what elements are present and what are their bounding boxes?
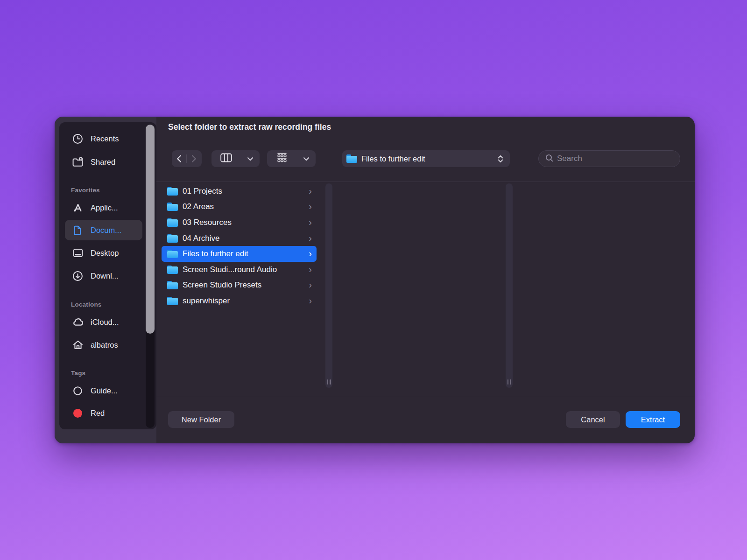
chevron-right-icon: › — [309, 186, 312, 196]
sidebar-item-downloads[interactable]: Downl... — [65, 266, 142, 286]
chevron-right-icon: › — [309, 202, 312, 211]
sidebar-item-desktop[interactable]: Desktop — [65, 243, 142, 263]
file-row-01-projects[interactable]: 01 Projects › — [162, 183, 317, 199]
column-view-icon — [220, 153, 232, 164]
column-view-dropdown-button[interactable] — [241, 154, 260, 163]
sidebar-item-label: Guide... — [91, 386, 118, 395]
file-row-superwhisper[interactable]: superwhisper › — [162, 293, 317, 309]
chevron-down-icon — [247, 154, 253, 163]
sidebar-item-tag-guide[interactable]: Guide... — [65, 380, 142, 401]
group-by-control — [267, 150, 316, 167]
sidebar-item-applications[interactable]: Applic... — [65, 197, 142, 218]
sidebar-item-label: iCloud... — [91, 318, 119, 327]
view-mode-column-control — [211, 150, 260, 167]
sidebar-item-label: Red — [91, 409, 105, 418]
sidebar-item-label: Shared — [91, 158, 115, 167]
sidebar-item-label: Recents — [91, 134, 119, 143]
shared-folder-icon — [71, 155, 85, 169]
folder-icon — [167, 203, 178, 211]
chevron-right-icon: › — [309, 249, 312, 258]
file-picker-dialog: Recents Shared Favorites A — [55, 117, 695, 443]
file-row-screen-studio-presets[interactable]: Screen Studio Presets › — [162, 278, 317, 294]
column-resize-divider[interactable] — [325, 183, 332, 388]
tag-circle-red-icon — [71, 406, 85, 420]
cancel-button[interactable]: Cancel — [566, 411, 620, 428]
app-store-icon — [71, 201, 85, 215]
sidebar-section-locations: Locations — [71, 299, 102, 310]
folder-column: 01 Projects › 02 Areas › 03 Resources › … — [156, 183, 325, 309]
chevron-right-icon: › — [309, 233, 312, 243]
chevron-right-icon: › — [309, 265, 312, 274]
folder-icon — [167, 297, 178, 305]
download-circle-icon — [71, 269, 85, 283]
chevron-up-down-icon — [498, 155, 503, 162]
tag-circle-outline-icon — [71, 384, 85, 398]
chevron-down-icon — [303, 154, 309, 163]
file-row-04-archive[interactable]: 04 Archive › — [162, 231, 317, 246]
clock-icon — [71, 132, 85, 146]
navigation-buttons — [172, 150, 202, 167]
sidebar-item-documents[interactable]: Docum... — [65, 220, 142, 240]
group-by-button[interactable] — [267, 153, 297, 165]
main-panel: Select folder to extract raw recording f… — [156, 117, 695, 443]
dialog-title: Select folder to extract raw recording f… — [168, 122, 331, 132]
current-folder-dropdown[interactable]: Files to further edit — [342, 150, 510, 167]
document-icon — [71, 224, 85, 237]
folder-icon — [167, 266, 178, 274]
back-button[interactable] — [172, 150, 186, 167]
chevron-right-icon: › — [309, 280, 312, 289]
column-view-button[interactable] — [211, 153, 241, 164]
search-field[interactable] — [538, 150, 680, 167]
file-row-screen-studio-background-audio[interactable]: Screen Studi...round Audio › — [162, 262, 317, 278]
forward-button[interactable] — [187, 150, 201, 167]
desktop-icon — [71, 246, 85, 260]
drag-handle-icon — [327, 379, 331, 385]
drag-handle-icon — [507, 379, 511, 385]
extract-button[interactable]: Extract — [626, 411, 680, 428]
sidebar-item-recents[interactable]: Recents — [65, 128, 142, 149]
group-by-icon — [276, 153, 288, 165]
sidebar-section-tags: Tags — [71, 367, 85, 378]
sidebar-item-label: Downl... — [91, 272, 119, 280]
group-by-dropdown-button[interactable] — [297, 154, 316, 163]
column-resize-divider[interactable] — [506, 183, 513, 388]
folder-icon — [167, 187, 178, 196]
home-icon — [71, 338, 85, 352]
sidebar-item-home-albatros[interactable]: albatros — [65, 335, 142, 355]
chevron-right-icon: › — [309, 296, 312, 305]
folder-icon — [167, 281, 178, 289]
sidebar-item-icloud[interactable]: iCloud... — [65, 312, 142, 332]
sidebar-scrollbar-thumb[interactable] — [146, 125, 155, 334]
folder-icon — [167, 234, 178, 243]
folder-icon — [346, 154, 357, 163]
sidebar-item-label: Docum... — [91, 226, 121, 235]
sidebar-item-shared[interactable]: Shared — [65, 152, 142, 172]
footer-divider — [156, 396, 695, 396]
search-input[interactable] — [557, 154, 673, 163]
sidebar: Recents Shared Favorites A — [55, 117, 156, 443]
file-row-02-areas[interactable]: 02 Areas › — [162, 199, 317, 215]
sidebar-panel: Recents Shared Favorites A — [59, 122, 156, 429]
current-folder-label: Files to further edit — [361, 154, 493, 163]
sidebar-item-label: Applic... — [91, 203, 118, 212]
cloud-icon — [71, 315, 85, 329]
chevron-right-icon: › — [309, 217, 312, 227]
file-row-03-resources[interactable]: 03 Resources › — [162, 215, 317, 231]
folder-icon — [167, 218, 178, 227]
sidebar-item-label: Desktop — [91, 249, 119, 258]
file-row-files-to-further-edit[interactable]: Files to further edit › — [162, 246, 317, 262]
sidebar-section-favorites: Favorites — [71, 184, 100, 196]
column-browser: 01 Projects › 02 Areas › 03 Resources › … — [156, 182, 695, 396]
new-folder-button[interactable]: New Folder — [168, 411, 234, 428]
search-icon — [545, 154, 553, 164]
sidebar-scrollbar-track[interactable] — [146, 125, 155, 428]
sidebar-item-label: albatros — [91, 341, 118, 350]
sidebar-item-tag-red[interactable]: Red — [65, 403, 142, 423]
folder-icon — [167, 250, 178, 258]
